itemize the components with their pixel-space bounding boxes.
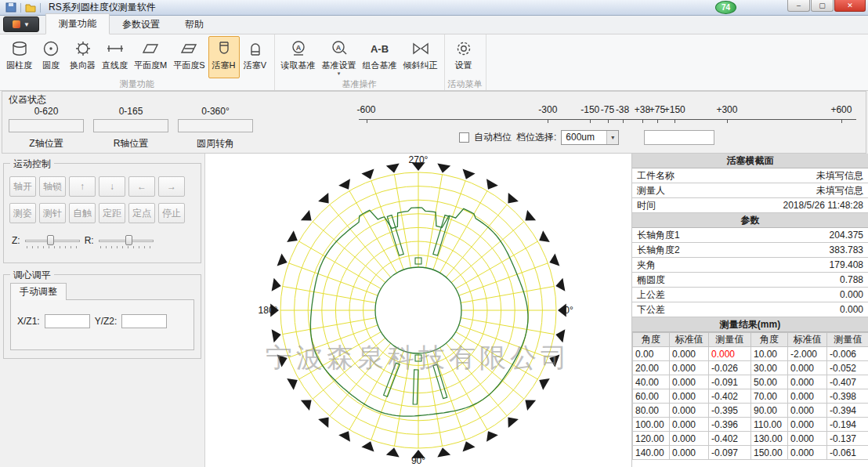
- ribbon-item-read-datum[interactable]: A 读取基准: [278, 36, 319, 78]
- r-slider[interactable]: [99, 234, 154, 247]
- ribbon-group-caption: 基准操作: [278, 78, 441, 90]
- gear-select-label: 档位选择:: [516, 131, 556, 144]
- tab-measure-functions[interactable]: 测量功能: [45, 13, 110, 34]
- gear-extra-field[interactable]: [644, 130, 714, 145]
- axis-sliders: Z: R:: [12, 234, 154, 247]
- leveling-groupbox: 调心调平 手动调整 X/Z1: Y/Z2:: [3, 274, 201, 359]
- ribbon-item-flatness-m[interactable]: 平面度M: [131, 36, 170, 78]
- ribbon-item-tilt-correction[interactable]: 倾斜纠正: [400, 36, 441, 78]
- table-row[interactable]: 60.000.000-0.40270.000.000-0.398: [633, 389, 868, 404]
- folder-icon[interactable]: [25, 2, 36, 13]
- divider: [20, 3, 21, 13]
- rotation-range: 0-360°: [178, 106, 253, 117]
- table-col-header: 标准值: [788, 333, 827, 347]
- table-cell: 0.000: [788, 404, 827, 418]
- table-row[interactable]: 120.000.000-0.402130.000.000-0.137: [633, 432, 868, 446]
- chevron-down-icon: ▾: [338, 71, 341, 76]
- motion-button[interactable]: 定点: [128, 203, 155, 223]
- xz1-field[interactable]: [45, 314, 90, 328]
- disk-icon[interactable]: [5, 2, 16, 13]
- datum-settings-icon: A: [329, 38, 349, 59]
- z-slider-label: Z:: [12, 235, 20, 246]
- table-cell: 110.00: [751, 418, 788, 432]
- ruler-label: +75: [649, 104, 665, 115]
- window-controls: – ▢ ✕: [787, 0, 866, 12]
- table-row[interactable]: 20.000.000-0.02630.000.000-0.052: [633, 361, 868, 375]
- z-axis-group: 0-620 Z轴位置: [9, 106, 84, 150]
- table-row[interactable]: 80.000.000-0.39590.000.000-0.394: [633, 404, 868, 418]
- z-slider[interactable]: [25, 234, 80, 247]
- z-axis-position-field[interactable]: [9, 119, 84, 132]
- ribbon-group-active-menu: 设置 活动菜单: [445, 34, 486, 90]
- ribbon-item-piston-h[interactable]: 活塞H: [208, 36, 240, 78]
- table-row[interactable]: 140.000.000-0.097150.000.000-0.061: [633, 446, 868, 460]
- tab-manual-adjust[interactable]: 手动调整: [10, 283, 67, 300]
- cylindricity-icon: [9, 38, 30, 59]
- battery-indicator: 74: [715, 1, 736, 14]
- table-row[interactable]: 40.000.000-0.09150.000.000-0.407: [633, 375, 868, 389]
- motion-button[interactable]: 轴开: [9, 176, 36, 197]
- motion-button[interactable]: 停止: [158, 203, 185, 223]
- table-cell: 0.000: [670, 347, 709, 361]
- ribbon-item-roundness[interactable]: 圆度: [35, 36, 67, 78]
- groupbox-caption: 运动控制: [10, 157, 54, 171]
- ribbon-group-datum: A 读取基准 A 基准设置 ▾ A-B 组合基准 倾斜纠正 基准操作: [275, 34, 445, 90]
- ruler-label: -600: [357, 104, 376, 115]
- motion-button[interactable]: 自触: [69, 203, 96, 223]
- ribbon-item-datum-settings[interactable]: A 基准设置 ▾: [319, 36, 360, 78]
- ribbon-item-piston-v[interactable]: 活塞V: [240, 36, 271, 78]
- table-cell: 0.000: [788, 432, 827, 446]
- piston-h-icon: [214, 38, 234, 59]
- motion-button[interactable]: 定距: [99, 203, 125, 223]
- table-cell: -0.061: [827, 446, 868, 460]
- table-cell: -0.407: [827, 375, 868, 389]
- row-label: 长轴角度2: [637, 243, 680, 257]
- table-cell: 0.000: [670, 446, 709, 460]
- ribbon-item-cylindricity[interactable]: 圆柱度: [3, 36, 35, 78]
- auto-gear-checkbox[interactable]: [459, 132, 469, 143]
- close-button[interactable]: ✕: [834, 0, 866, 12]
- motion-button[interactable]: ↓: [99, 176, 125, 197]
- app-menu-button[interactable]: ▼: [3, 16, 39, 32]
- menubar: ▼ 测量功能 参数设置 帮助: [0, 16, 868, 34]
- motion-button[interactable]: ↑: [69, 176, 96, 197]
- minimize-button[interactable]: –: [787, 0, 810, 12]
- info-row: 长轴角度2383.783: [632, 243, 868, 258]
- commutator-icon: [73, 38, 93, 59]
- motion-button[interactable]: 测针: [39, 203, 66, 223]
- table-row[interactable]: 100.000.000-0.396110.000.000-0.194: [633, 418, 868, 432]
- ribbon-item-settings[interactable]: 设置: [448, 36, 479, 78]
- tab-parameter-settings[interactable]: 参数设置: [110, 15, 172, 34]
- ruler-label: +300: [716, 104, 737, 115]
- ribbon-item-flatness-s[interactable]: 平面度S: [170, 36, 208, 78]
- table-cell: 90.00: [751, 404, 788, 418]
- table-col-header: 标准值: [670, 333, 709, 347]
- motion-control-groupbox: 运动控制 轴开轴锁↑↓←→ 测姿测针自触定距定点停止 Z: R:: [3, 163, 201, 263]
- motion-button[interactable]: 测姿: [9, 203, 36, 223]
- rotation-angle-field[interactable]: [178, 119, 253, 132]
- yz2-field[interactable]: [121, 314, 167, 328]
- motion-button[interactable]: 轴锁: [39, 176, 66, 197]
- window-title: RS系列圆柱度仪测量软件: [49, 1, 156, 14]
- table-row[interactable]: 0.000.0000.00010.00-2.000-0.006: [633, 347, 868, 361]
- ribbon-item-combined-datum[interactable]: A-B 组合基准: [360, 36, 400, 78]
- ruler-tick: [657, 119, 658, 123]
- row-label: 上公差: [637, 288, 665, 302]
- ribbon-group-caption: 活动菜单: [448, 78, 483, 90]
- motion-button[interactable]: ←: [128, 176, 155, 197]
- ribbon-item-commutator[interactable]: 换向器: [67, 36, 99, 78]
- z-slider-thumb[interactable]: [47, 235, 54, 245]
- maximize-button[interactable]: ▢: [811, 0, 834, 12]
- r-axis-position-field[interactable]: [93, 119, 168, 132]
- table-cell: -0.097: [709, 446, 751, 460]
- gear-select[interactable]: 600um ▾: [561, 130, 619, 145]
- xz1-label: X/Z1:: [17, 316, 40, 327]
- row-value: 2018/5/26 11:48:28: [783, 198, 863, 212]
- r-slider-thumb[interactable]: [125, 235, 132, 245]
- tab-help[interactable]: 帮助: [172, 15, 216, 34]
- table-cell: 0.000: [788, 418, 827, 432]
- table-cell: 70.00: [751, 389, 788, 404]
- motion-button[interactable]: →: [158, 176, 185, 197]
- table-cell: 120.00: [633, 432, 670, 446]
- ribbon-item-straightness[interactable]: 直线度: [99, 36, 131, 78]
